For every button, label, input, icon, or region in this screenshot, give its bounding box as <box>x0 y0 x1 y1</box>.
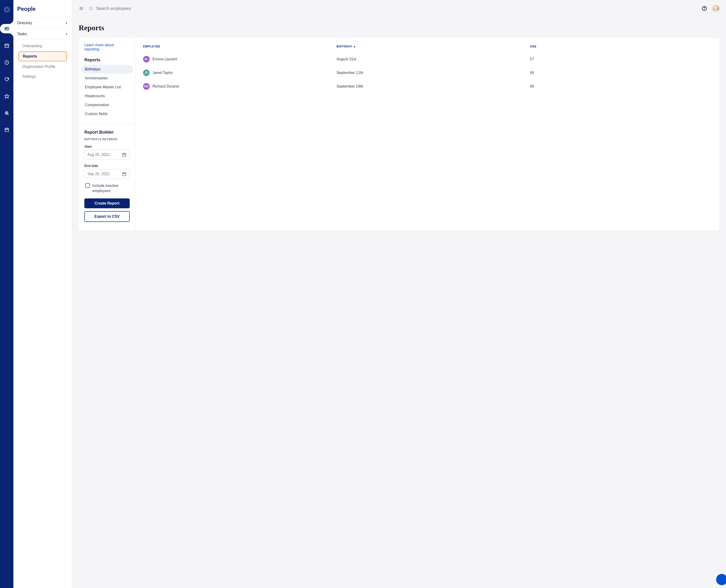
table-row[interactable]: JT Jared Taylor September 11th 56 <box>143 66 712 80</box>
svg-point-1 <box>6 28 6 29</box>
content-card: Learn more about reporting Reports Birth… <box>79 38 720 230</box>
search-input[interactable] <box>96 6 166 11</box>
avatar: EL <box>143 56 150 62</box>
svg-rect-0 <box>5 27 9 30</box>
report-type-anniversaries[interactable]: Anniversaries <box>81 74 133 83</box>
sidebar-item-org-profile[interactable]: Organization Profile <box>17 62 68 71</box>
storefront-icon <box>4 127 9 133</box>
svg-point-16 <box>6 112 7 113</box>
table-row[interactable]: RD Richard Durand September 19th 46 <box>143 80 712 93</box>
th-employee[interactable]: EMPLOYEE <box>143 45 337 48</box>
rail-benefits[interactable] <box>0 75 14 84</box>
report-type-employee-master[interactable]: Employee Master List <box>81 83 133 91</box>
age-cell: 46 <box>530 84 712 88</box>
table-header: EMPLOYEE BIRTHDAY AGE <box>143 45 712 48</box>
employee-name: Emma Laurent <box>153 57 177 61</box>
app-logo[interactable] <box>4 6 10 13</box>
svg-line-22 <box>92 9 93 10</box>
employee-name: Richard Durand <box>153 84 179 88</box>
sidebar-item-onboarding[interactable]: Onboarding <box>17 41 68 51</box>
search-icon <box>88 6 93 11</box>
end-date-value: Sep 25, 2021 <box>87 172 110 176</box>
chevron-right-icon <box>65 33 68 36</box>
star-icon <box>4 94 9 99</box>
th-age-label: AGE <box>530 45 537 48</box>
report-type-headcounts[interactable]: Headcounts <box>81 91 133 101</box>
sidebar-item-reports[interactable]: Reports <box>19 51 67 61</box>
report-type-birthdays[interactable]: Birthdays <box>81 65 133 74</box>
reports-panel: Learn more about reporting Reports Birth… <box>79 38 136 230</box>
employee-name: Jared Taylor <box>153 71 173 75</box>
clock-icon <box>4 60 9 65</box>
table-row[interactable]: EL Emma Laurent August 31st 57 <box>143 52 712 66</box>
sort-asc-icon <box>354 46 356 47</box>
id-card-icon <box>4 26 9 31</box>
start-date-input[interactable]: Aug 25, 2021 <box>84 150 130 160</box>
topbar <box>72 0 726 17</box>
report-table: EMPLOYEE BIRTHDAY AGE EL Emma Laurent Au… <box>136 38 720 230</box>
end-label: End date <box>84 164 130 168</box>
rail-marketplace[interactable] <box>0 125 14 135</box>
sidebar-group-tasks[interactable]: Tasks <box>14 29 72 39</box>
calendar-icon <box>4 43 9 48</box>
help-icon[interactable] <box>702 6 707 11</box>
create-report-button[interactable]: Create Report <box>84 198 130 208</box>
report-type-compensation[interactable]: Compensation <box>81 101 133 109</box>
calendar-icon <box>122 172 127 176</box>
chat-widget[interactable] <box>716 574 726 585</box>
rail-performance[interactable] <box>0 91 14 101</box>
person-search-icon <box>4 111 9 116</box>
sidebar-group-label: Tasks <box>17 32 27 36</box>
include-inactive-label: Include inactive employees <box>92 183 130 194</box>
search-container <box>88 6 697 11</box>
user-avatar[interactable] <box>712 5 720 12</box>
builder-subtitle: BIRTHDAYS BETWEEN <box>84 138 130 141</box>
svg-rect-25 <box>123 153 126 156</box>
th-birthday-label: BIRTHDAY <box>337 45 352 48</box>
svg-rect-29 <box>123 173 126 176</box>
rail-calendar[interactable] <box>0 41 14 50</box>
menu-icon[interactable] <box>79 6 84 11</box>
birthday-cell: September 11th <box>337 71 530 75</box>
include-inactive-checkbox[interactable] <box>85 183 90 188</box>
th-birthday[interactable]: BIRTHDAY <box>337 45 530 48</box>
start-date-value: Aug 25, 2021 <box>87 153 110 157</box>
export-csv-button[interactable]: Export to CSV <box>84 211 130 222</box>
rail-time[interactable] <box>0 58 14 67</box>
birthday-cell: August 31st <box>337 57 530 61</box>
main-content: Reports Learn more about reporting Repor… <box>72 0 726 588</box>
calendar-icon <box>122 152 127 157</box>
chevron-right-icon <box>65 21 68 25</box>
th-employee-label: EMPLOYEE <box>143 45 160 48</box>
reports-heading: Reports <box>79 56 135 65</box>
heart-plus-icon <box>4 77 9 82</box>
sidebar-group-directory[interactable]: Directory <box>14 18 72 28</box>
svg-rect-4 <box>5 44 9 48</box>
sidebar-group-label: Directory <box>17 21 32 25</box>
svg-line-17 <box>7 114 8 115</box>
end-date-input[interactable]: Sep 25, 2021 <box>84 169 130 179</box>
learn-more-link[interactable]: Learn more about reporting <box>79 38 135 56</box>
avatar: JT <box>143 69 150 76</box>
start-label: Start <box>84 145 130 148</box>
avatar: RD <box>143 83 150 90</box>
th-age[interactable]: AGE <box>530 45 712 48</box>
sidebar-item-settings[interactable]: Settings <box>17 71 68 82</box>
rail-hiring[interactable] <box>0 108 14 118</box>
app-rail <box>0 0 14 588</box>
report-builder: Report Builder BIRTHDAYS BETWEEN Start A… <box>79 124 135 230</box>
include-inactive-row: Include inactive employees <box>85 183 130 194</box>
birthday-cell: September 19th <box>337 84 530 88</box>
svg-point-21 <box>89 7 92 9</box>
age-cell: 56 <box>530 71 712 75</box>
builder-title: Report Builder <box>84 130 130 135</box>
report-type-custom-fields[interactable]: Custom fields <box>81 109 133 118</box>
rail-people[interactable] <box>0 24 14 33</box>
sidebar: People Directory Tasks Onboarding Report… <box>14 0 72 588</box>
page-title: Reports <box>72 17 726 38</box>
age-cell: 57 <box>530 57 712 61</box>
svg-marker-14 <box>4 94 9 98</box>
sidebar-title: People <box>14 6 72 17</box>
